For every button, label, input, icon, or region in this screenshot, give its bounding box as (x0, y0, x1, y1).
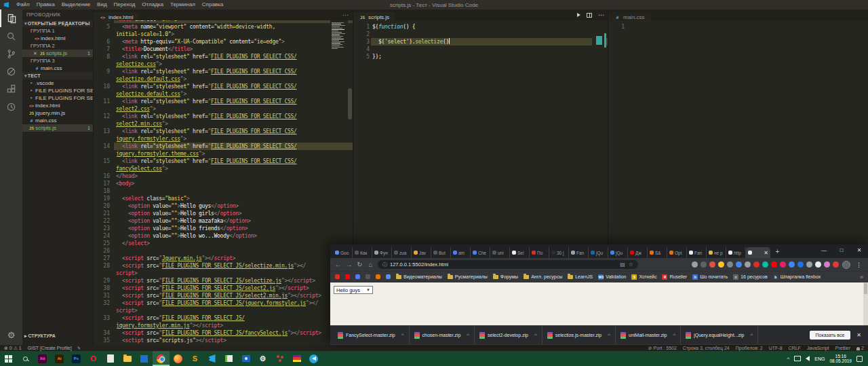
code-line[interactable]: 7 <title>Document</title> (94, 45, 353, 53)
code-line[interactable]: select2.min.css"> (94, 120, 353, 128)
browser-tab[interactable]: Фун (372, 247, 392, 258)
extension-icon[interactable] (797, 261, 804, 268)
browser-tab[interactable]: Дж (628, 247, 648, 258)
status-item[interactable]: Prettier (835, 345, 851, 351)
taskbar-adobe-xd-icon[interactable]: Xd (34, 351, 51, 366)
bookmark-item[interactable]: hШо почитать (692, 274, 728, 280)
code-line[interactable]: 11 <link rel="stylesheet" href="FILE PLU… (94, 98, 353, 105)
code-line[interactable]: 22 <option value="">Hello mazafaka</opti… (94, 217, 353, 225)
download-item[interactable]: selectize.js-master.zip^ (542, 326, 616, 344)
extension-icon[interactable] (727, 261, 733, 268)
bookmark-item[interactable]: ≡16 ресурсов (733, 274, 768, 280)
extension-icon[interactable] (692, 261, 698, 268)
code-line[interactable]: 9 <link rel="stylesheet" href="FILE PLUG… (94, 68, 353, 75)
open-editors-header[interactable]: ▾ОТКРЫТЫЕ РЕДАКТОРЫ (22, 20, 93, 27)
bookmark-item[interactable]: Видеоматериалы (396, 274, 442, 279)
extension-icon[interactable] (736, 261, 742, 268)
bookmarks-overflow-icon[interactable]: » (860, 274, 863, 280)
minimize-icon[interactable]: — (815, 244, 833, 258)
code-line[interactable]: 32 <script src="FILE PLUGINS FOR SELECT … (94, 299, 353, 307)
code-line[interactable]: 18 (94, 187, 353, 195)
outline-header[interactable]: ▸ СТРУКТУРА (22, 332, 93, 340)
tray-chevron-icon[interactable]: ^ (787, 356, 790, 362)
chevron-up-icon[interactable]: ^ (534, 332, 537, 338)
code-line[interactable]: selectize.default.css"> (94, 75, 353, 83)
taskbar-telegram-icon[interactable] (305, 351, 322, 366)
code-line[interactable]: 15 <link rel="stylesheet" href="FILE PLU… (94, 158, 353, 165)
chevron-up-icon[interactable]: ^ (401, 332, 404, 338)
debug-icon[interactable] (0, 62, 22, 80)
bookmark-item[interactable]: W3Validation (598, 274, 626, 280)
extension-icon[interactable] (762, 261, 768, 268)
code-line[interactable]: 33 <script src="FILE PLUGINS FOR SELECT … (94, 314, 353, 322)
download-item[interactable]: jQuery.equalHeight...zip^ (681, 326, 758, 344)
code-line[interactable]: 25 </select> (94, 240, 353, 247)
menu-item[interactable]: Выделение (58, 0, 94, 10)
download-item[interactable]: FancySelect-master.zip^ (333, 326, 410, 344)
menu-item[interactable]: Переход (111, 0, 139, 10)
browser-tab[interactable]: S& (648, 247, 667, 258)
bookmark-favicon[interactable] (366, 274, 370, 279)
bookmark-item[interactable]: Англ. ресурсы (524, 274, 562, 279)
browser-tab[interactable]: jQu (589, 247, 608, 258)
tree-item[interactable]: ▸FILE PLUGINS FOR SELECT JS (22, 94, 93, 102)
bookmark-favicon[interactable] (345, 274, 350, 279)
close-icon[interactable]: ✕ (33, 50, 37, 57)
code-line[interactable]: 6 <meta http-equiv="X-UA-Compatible" con… (94, 38, 353, 45)
taskbar-firefox-icon[interactable] (170, 351, 186, 366)
extension-icon[interactable] (701, 261, 707, 268)
code-line[interactable]: script> (94, 270, 353, 277)
menu-item[interactable]: Отладка (138, 0, 167, 10)
taskbar-flag-app-icon[interactable] (288, 351, 305, 366)
code-line[interactable]: 4 (353, 45, 608, 53)
code-line[interactable]: initial-scale=1.0"> (94, 31, 353, 38)
code-line[interactable]: 10 <link rel="stylesheet" href="FILE PLU… (94, 83, 353, 90)
gist-status[interactable]: GIST [Create Profile] (28, 345, 72, 351)
browser-menu-icon[interactable]: ⋮ (854, 261, 864, 268)
menu-item[interactable]: Вид (94, 0, 110, 10)
chevron-up-icon[interactable]: ^ (750, 332, 753, 338)
taskbar-chrome-icon[interactable] (153, 351, 170, 366)
bookmark-item[interactable]: LearnJS (568, 274, 593, 279)
tree-item[interactable]: JSscripts.js1 (22, 124, 93, 132)
minimap[interactable] (330, 20, 348, 95)
tree-item[interactable]: ▸FILE PLUGINS FOR SELECT CSS (22, 87, 93, 94)
taskbar-sublime-icon[interactable]: S (186, 351, 203, 366)
problems-indicator[interactable]: ⊗ 0 ⚠ 1 (4, 345, 22, 351)
menu-item[interactable]: Файл (13, 0, 33, 10)
code-line[interactable]: 35 <sctipt src="scripts.js"></sctipt> (94, 337, 353, 344)
taskbar-adobe-ai-icon[interactable]: Ai (51, 351, 68, 366)
code-line[interactable]: 30 <script src="FILE PLUGINS FOR SELECT … (94, 285, 353, 292)
code-line[interactable]: 3 $('select').selectize() (353, 38, 608, 45)
page-select-dropdown[interactable]: Hello guys ▼ (334, 286, 373, 294)
page-scrollbar[interactable] (863, 282, 868, 325)
download-item[interactable]: select2-develop.zip^ (475, 326, 542, 344)
code-line[interactable]: 16</head> (94, 172, 353, 180)
extension-icon[interactable] (753, 261, 760, 268)
editor-actions-more-icon[interactable]: ⋯ (342, 10, 349, 20)
editor-scrollbar[interactable] (348, 88, 352, 120)
code-line[interactable]: 12 <link rel="stylesheet" href="FILE PLU… (94, 113, 353, 120)
translate-icon[interactable]: ▤ (620, 261, 625, 268)
browser-tab[interactable]: По (530, 247, 549, 258)
code-line[interactable]: 13 <link rel="stylesheet" href="FILE PLU… (94, 128, 353, 135)
taskbar-red-app-icon[interactable] (271, 351, 288, 366)
notifications-bell[interactable]: 2 (856, 345, 864, 351)
taskbar-clock[interactable]: 15:1608.05.2019 (829, 354, 852, 364)
code-line[interactable]: jquery.formstyler.theme.css"> (94, 150, 353, 158)
minimap[interactable] (592, 20, 606, 75)
new-tab-button[interactable]: + (772, 247, 783, 257)
open-editor-item[interactable]: <>index.html (22, 35, 93, 42)
profile-avatar[interactable] (842, 261, 850, 269)
back-icon[interactable]: ← (334, 258, 342, 271)
code-line[interactable]: 24 <option value="">Hello wo...Woody</op… (94, 232, 353, 240)
code-line[interactable]: fancySelect.css"> (94, 165, 353, 172)
browser-tab[interactable]: uni (490, 247, 510, 258)
settings-gear-icon[interactable]: ⚙ (0, 327, 22, 342)
extensions-icon[interactable] (0, 80, 22, 98)
code-line[interactable]: 26 (94, 247, 353, 255)
taskbar-opera-icon[interactable]: O (85, 351, 102, 366)
run-code-icon[interactable] (577, 13, 580, 17)
action-center-icon[interactable] (856, 356, 863, 362)
page-info-icon[interactable]: ⓘ (382, 261, 387, 268)
